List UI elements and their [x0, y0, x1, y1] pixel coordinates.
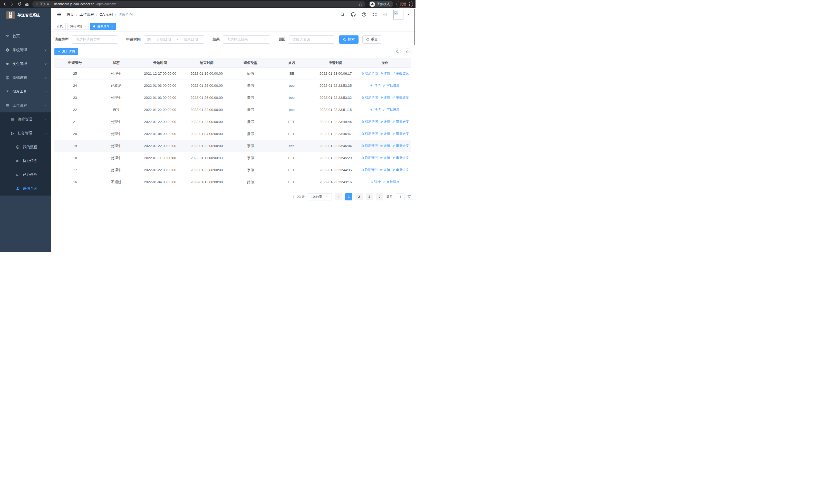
- table-refresh-button[interactable]: [404, 48, 411, 55]
- face-icon: [16, 145, 20, 149]
- reload-icon[interactable]: [18, 2, 22, 6]
- content: 请假类型 请选择请假类型 申请时间 开始日期 - 结束日期: [51, 32, 416, 252]
- sidebar-item-my-process[interactable]: 我的流程: [0, 140, 51, 154]
- progress-action-link[interactable]: 审批进度: [383, 83, 399, 88]
- cell-leave-type: 病假: [230, 128, 271, 140]
- search-button[interactable]: 搜索: [339, 35, 359, 43]
- sidebar-item-label: 待办任务: [23, 158, 37, 163]
- breadcrumb-home[interactable]: 首页: [67, 12, 74, 17]
- detail-action-link[interactable]: 详情: [380, 95, 390, 100]
- sidebar-item-system-mgmt[interactable]: 系统管理: [0, 43, 51, 57]
- page-button-3[interactable]: 3: [366, 193, 373, 200]
- avatar[interactable]: [393, 10, 403, 20]
- cancel-action-link[interactable]: 取消请假: [361, 144, 378, 148]
- tab-流程详情[interactable]: 流程详情×: [67, 23, 89, 30]
- goto-page-input[interactable]: [396, 193, 404, 200]
- breadcrumb-workflow[interactable]: 工作流程: [80, 12, 94, 17]
- cell-start-time: 2022-01-03 00:00:00: [137, 92, 183, 104]
- sidebar-item-leave-query[interactable]: 请假查询: [0, 182, 51, 196]
- cancel-action-link[interactable]: 取消请假: [361, 168, 378, 172]
- progress-action-link[interactable]: 审批进度: [392, 156, 409, 160]
- progress-action-link[interactable]: 审批进度: [392, 144, 409, 148]
- sidebar-item-task-mgmt[interactable]: 任务管理: [0, 126, 51, 140]
- sidebar-item-dev-tools[interactable]: 研发工具: [0, 85, 51, 98]
- avatar-caret-icon[interactable]: [407, 14, 410, 16]
- cancel-action-link[interactable]: 取消请假: [361, 120, 378, 124]
- tab-请假查询[interactable]: 请假查询×: [90, 23, 116, 30]
- progress-action-link[interactable]: 审批进度: [392, 131, 409, 136]
- eye-icon: [380, 72, 383, 75]
- tab-close-icon[interactable]: ×: [111, 25, 113, 28]
- github-icon[interactable]: [351, 12, 356, 17]
- chevron-up-icon: [44, 131, 47, 135]
- detail-action-link[interactable]: 详情: [380, 144, 390, 148]
- page-button-2[interactable]: 2: [355, 193, 363, 200]
- app-logo-row[interactable]: 芋道管理系统: [0, 8, 51, 22]
- reason-input[interactable]: [289, 35, 335, 43]
- page-button-1[interactable]: 1: [345, 193, 352, 200]
- cancel-action-link[interactable]: 取消请假: [361, 131, 378, 136]
- prev-page-button[interactable]: [335, 193, 342, 200]
- next-page-button[interactable]: [376, 193, 383, 200]
- column-header: 申请时间: [312, 58, 359, 67]
- progress-action-link[interactable]: 审批进度: [392, 120, 409, 124]
- detail-action-link[interactable]: 详情: [380, 71, 390, 76]
- detail-action-link[interactable]: 详情: [380, 120, 390, 124]
- sidebar-item-pay-mgmt[interactable]: ¥支付管理: [0, 57, 51, 71]
- page-size-select[interactable]: 10条/页: [308, 193, 332, 200]
- progress-action-link[interactable]: 审批进度: [383, 108, 399, 112]
- cancel-action-link[interactable]: 取消请假: [361, 71, 378, 76]
- back-icon[interactable]: [3, 2, 7, 6]
- help-icon[interactable]: [362, 12, 367, 17]
- search-icon[interactable]: [340, 12, 345, 17]
- scrollbar-thumb[interactable]: [414, 9, 415, 45]
- cell-reason: EEE: [271, 116, 313, 128]
- chevron-down-icon: [44, 90, 47, 93]
- forward-icon[interactable]: [10, 2, 14, 6]
- leave-type-select[interactable]: 请选择请假类型: [72, 35, 118, 43]
- detail-action-link[interactable]: 详情: [370, 83, 381, 88]
- cell-status: 处理中: [96, 116, 137, 128]
- breadcrumb-oa-example[interactable]: OA 示例: [99, 12, 113, 17]
- sidebar-item-todo-task[interactable]: 待办任务: [0, 154, 51, 168]
- cell-leave-type: 事假: [230, 152, 271, 164]
- sidebar-fold-icon[interactable]: [57, 12, 62, 17]
- sidebar-item-workflow[interactable]: 工作流程: [0, 98, 51, 112]
- progress-action-link[interactable]: 审批进度: [392, 95, 409, 100]
- security-chip[interactable]: 不安全: [35, 2, 50, 6]
- sidebar-item-infra[interactable]: 基础设施: [0, 71, 51, 85]
- page-header: 首页 / 工作流程 / OA 示例 / 请假查询 TT: [51, 8, 416, 21]
- cancel-action-link[interactable]: 取消请假: [361, 156, 378, 160]
- cell-id: 25: [54, 67, 96, 80]
- user-icon: [16, 186, 20, 191]
- sidebar-item-home[interactable]: 首页: [0, 29, 51, 43]
- home-icon[interactable]: [25, 2, 29, 6]
- tab-close-icon[interactable]: ×: [84, 25, 86, 28]
- progress-action-link[interactable]: 审批进度: [392, 168, 409, 172]
- reset-button[interactable]: 重置: [362, 35, 381, 43]
- table-search-toggle-button[interactable]: [394, 48, 401, 55]
- bookmark-star-icon[interactable]: [359, 2, 362, 6]
- detail-action-link[interactable]: 详情: [380, 156, 390, 160]
- font-size-icon[interactable]: TT: [383, 12, 387, 17]
- address-bar[interactable]: 不安全 dashboard.yudao.iocoder.cn/bpm/oa/le…: [32, 1, 366, 7]
- apply-time-range-picker[interactable]: 开始日期 - 结束日期: [144, 35, 204, 43]
- progress-action-link[interactable]: 审批进度: [392, 71, 409, 76]
- detail-action-link[interactable]: 详情: [370, 108, 381, 112]
- sidebar-item-done-task[interactable]: 已办任务: [0, 168, 51, 182]
- fullscreen-icon[interactable]: [372, 12, 377, 17]
- detail-action-link[interactable]: 详情: [370, 180, 381, 184]
- progress-action-link[interactable]: 审批进度: [383, 180, 399, 184]
- breadcrumb: 首页 / 工作流程 / OA 示例 / 请假查询: [67, 12, 133, 17]
- cell-actions: 取消请假详情审批进度: [359, 164, 411, 176]
- result-label: 结果: [212, 37, 220, 42]
- create-leave-button[interactable]: 发起请假: [54, 48, 78, 55]
- browser-update-chip[interactable]: 更新: [397, 1, 413, 7]
- browser-menu-icon[interactable]: [409, 2, 410, 6]
- detail-action-link[interactable]: 详情: [380, 168, 390, 172]
- sidebar-item-process-mgmt[interactable]: 流程管理: [0, 112, 51, 126]
- detail-action-link[interactable]: 详情: [380, 131, 390, 136]
- cancel-action-link[interactable]: 取消请假: [361, 95, 378, 100]
- tab-首页[interactable]: 首页: [54, 23, 66, 30]
- result-select[interactable]: 请选择流结果: [223, 35, 270, 43]
